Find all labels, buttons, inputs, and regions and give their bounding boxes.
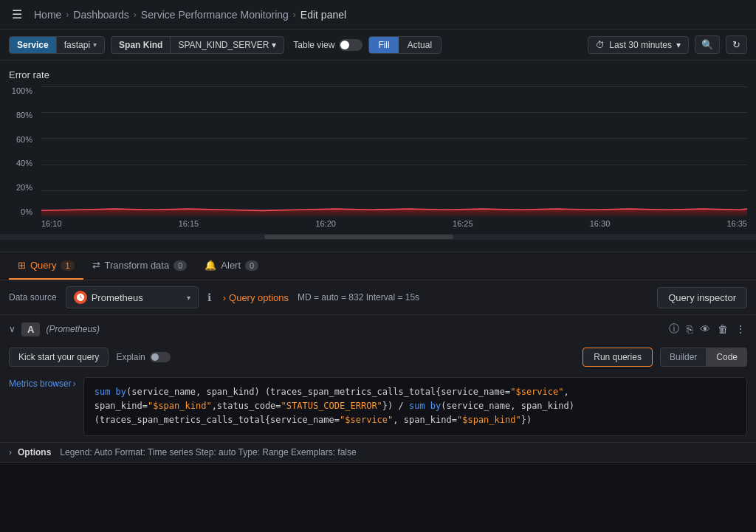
metrics-browser-label: Metrics browser bbox=[9, 379, 72, 389]
x-label-4: 16:30 bbox=[590, 219, 611, 228]
scrollbar-thumb[interactable] bbox=[264, 235, 453, 239]
query-delete-icon[interactable]: 🗑 bbox=[716, 322, 729, 336]
fill-button[interactable]: Fill bbox=[369, 37, 398, 53]
metrics-browser-link[interactable]: Metrics browser › bbox=[9, 377, 76, 389]
chart-scrollbar[interactable] bbox=[0, 234, 756, 240]
tab-alert-badge: 0 bbox=[245, 260, 258, 271]
breadcrumb-sep-1: › bbox=[134, 10, 137, 20]
service-label: Service bbox=[10, 37, 57, 53]
options-row: › Options Legend: Auto Format: Time seri… bbox=[0, 442, 756, 462]
query-more-icon[interactable]: ⋮ bbox=[734, 322, 747, 336]
tab-transform[interactable]: ⇄ Transform data 0 bbox=[83, 252, 196, 280]
query-ds-name: (Prometheus) bbox=[46, 324, 100, 334]
options-meta: Legend: Auto Format: Time series Step: a… bbox=[60, 447, 356, 457]
refresh-button[interactable]: ↻ bbox=[726, 35, 747, 54]
x-label-5: 16:35 bbox=[726, 219, 747, 228]
span-kind-chevron-icon: ▾ bbox=[272, 40, 276, 50]
kick-start-button[interactable]: Kick start your query bbox=[9, 348, 109, 367]
refresh-icon: ↻ bbox=[732, 39, 740, 50]
datasource-name: Prometheus bbox=[92, 292, 143, 303]
span-kind-label: Span Kind bbox=[111, 37, 171, 53]
time-range-chevron-icon: ▾ bbox=[676, 40, 681, 50]
clock-icon: ⏱ bbox=[596, 40, 605, 50]
query-editor-header: ∨ A (Prometheus) ⓘ ⎘ 👁 🗑 ⋮ bbox=[0, 315, 756, 343]
tab-query[interactable]: ⊞ Query 1 bbox=[9, 252, 83, 280]
datasource-label: Data source bbox=[9, 292, 57, 303]
top-nav: ☰ Home › Dashboards › Service Performanc… bbox=[0, 0, 756, 30]
tab-alert-label: Alert bbox=[221, 260, 241, 271]
metrics-browser-arrow-icon: › bbox=[73, 379, 76, 389]
hamburger-icon[interactable]: ☰ bbox=[12, 7, 22, 21]
y-axis: 100% 80% 60% 40% 20% 0% bbox=[9, 86, 38, 216]
query-editor-row: ∨ A (Prometheus) ⓘ ⎘ 👁 🗑 ⋮ Kick start yo… bbox=[0, 315, 756, 463]
breadcrumb-sep-2: › bbox=[293, 10, 296, 20]
tab-query-icon: ⊞ bbox=[18, 260, 26, 271]
query-inspector-button[interactable]: Query inspector bbox=[657, 287, 747, 308]
service-value[interactable]: fastapi ▾ bbox=[57, 37, 104, 53]
code-line-3: (traces_span_metrics_calls_total{service… bbox=[94, 413, 736, 427]
options-collapse-icon[interactable]: › bbox=[9, 447, 12, 457]
chart-area: Error rate 100% 80% 60% 40% 20% 0% bbox=[0, 61, 756, 252]
query-actions: ⓘ ⎘ 👁 🗑 ⋮ bbox=[667, 321, 747, 337]
actual-button[interactable]: Actual bbox=[399, 37, 441, 53]
breadcrumb-dashboards[interactable]: Dashboards bbox=[73, 9, 129, 21]
query-info-icon[interactable]: ⓘ bbox=[667, 321, 681, 337]
y-label-0: 0% bbox=[21, 207, 32, 216]
table-view-label: Table view bbox=[293, 40, 334, 50]
datasource-info-button[interactable]: ℹ bbox=[205, 289, 214, 306]
code-button[interactable]: Code bbox=[707, 348, 747, 367]
query-collapse-button[interactable]: ∨ bbox=[9, 324, 16, 334]
run-queries-button[interactable]: Run queries bbox=[583, 348, 653, 367]
span-kind-value[interactable]: SPAN_KIND_SERVER ▾ bbox=[171, 37, 284, 53]
tab-transform-badge: 0 bbox=[173, 260, 187, 271]
query-options-arrow-icon: › bbox=[223, 292, 226, 303]
query-visibility-icon[interactable]: 👁 bbox=[698, 322, 712, 336]
y-label-60: 60% bbox=[16, 135, 32, 144]
builder-button[interactable]: Builder bbox=[660, 348, 707, 367]
tab-alert[interactable]: 🔔 Alert 0 bbox=[196, 252, 267, 280]
chart-inner bbox=[41, 86, 747, 216]
breadcrumb-dashboard-name[interactable]: Service Performance Monitoring bbox=[141, 9, 289, 21]
explain-toggle[interactable] bbox=[150, 352, 171, 362]
breadcrumb-home[interactable]: Home bbox=[34, 9, 61, 21]
query-options-label: Query options bbox=[229, 292, 289, 303]
query-letter-badge: A bbox=[21, 322, 40, 336]
zoom-out-button[interactable]: 🔍 bbox=[695, 35, 720, 54]
code-line-1: sum by(service_name, span_kind) (traces_… bbox=[94, 385, 736, 399]
query-copy-icon[interactable]: ⎘ bbox=[685, 322, 694, 336]
tab-transform-icon: ⇄ bbox=[92, 260, 100, 271]
x-label-2: 16:20 bbox=[315, 219, 336, 228]
table-view-toggle[interactable] bbox=[339, 39, 362, 51]
code-editor[interactable]: sum by(service_name, span_kind) (traces_… bbox=[83, 377, 747, 436]
breadcrumb: Home › Dashboards › Service Performance … bbox=[34, 9, 346, 21]
y-label-80: 80% bbox=[16, 111, 32, 120]
filter-bar: Service fastapi ▾ Span Kind SPAN_KIND_SE… bbox=[0, 30, 756, 61]
breadcrumb-edit-panel: Edit panel bbox=[300, 9, 346, 21]
query-options-button[interactable]: › Query options bbox=[220, 289, 292, 306]
service-chevron-icon: ▾ bbox=[93, 41, 97, 49]
fill-actual-group: Fill Actual bbox=[368, 36, 441, 54]
query-options-meta: MD = auto = 832 Interval = 15s bbox=[298, 292, 419, 303]
tab-transform-label: Transform data bbox=[105, 260, 170, 271]
y-label-40: 40% bbox=[16, 159, 32, 167]
options-label: Options bbox=[18, 447, 51, 457]
time-range-button[interactable]: ⏱ Last 30 minutes ▾ bbox=[588, 36, 689, 54]
query-tools-bar: Kick start your query Explain Run querie… bbox=[0, 343, 756, 371]
chart-container: 100% 80% 60% 40% 20% 0% bbox=[9, 86, 747, 234]
table-view-group: Table view bbox=[293, 39, 362, 51]
info-icon: ℹ bbox=[207, 291, 211, 303]
tab-alert-icon: 🔔 bbox=[205, 260, 216, 271]
explain-group: Explain bbox=[116, 352, 170, 362]
span-kind-filter[interactable]: Span Kind SPAN_KIND_SERVER ▾ bbox=[111, 36, 284, 54]
x-label-3: 16:25 bbox=[453, 219, 473, 228]
y-label-100: 100% bbox=[12, 86, 32, 95]
code-area: Metrics browser › sum by(service_name, s… bbox=[0, 371, 756, 442]
prometheus-icon bbox=[74, 291, 87, 304]
service-filter[interactable]: Service fastapi ▾ bbox=[9, 36, 105, 54]
x-axis: 16:10 16:15 16:20 16:25 16:30 16:35 bbox=[41, 216, 747, 234]
x-label-0: 16:10 bbox=[41, 219, 62, 228]
x-label-1: 16:15 bbox=[179, 219, 199, 228]
tab-query-label: Query bbox=[30, 260, 56, 271]
datasource-select[interactable]: Prometheus ▾ bbox=[66, 286, 199, 308]
datasource-bar: Data source Prometheus ▾ ℹ › Query optio… bbox=[0, 280, 756, 315]
